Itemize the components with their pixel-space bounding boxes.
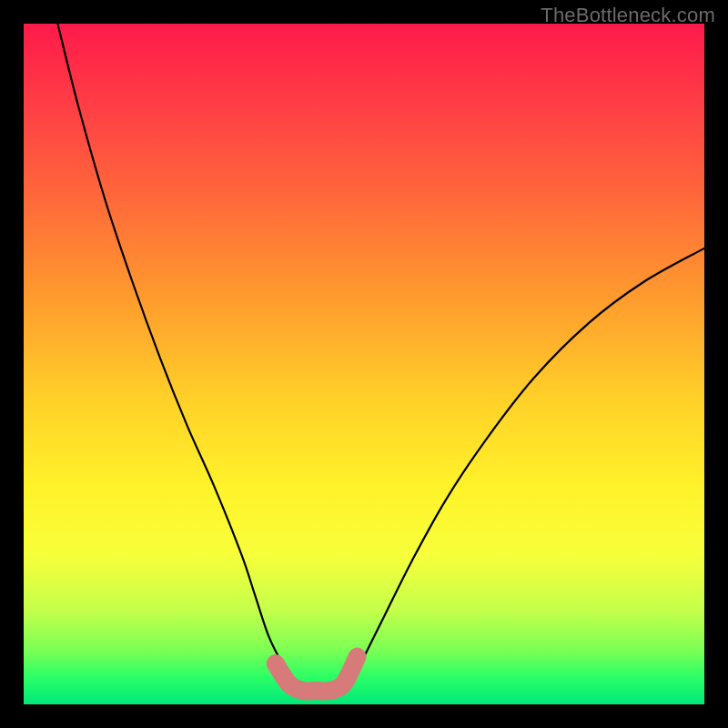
chart-stage: TheBottleneck.com — [0, 0, 728, 728]
plot-area — [24, 24, 704, 704]
bottom-band-stroke — [276, 657, 358, 692]
bottom-band — [24, 24, 704, 704]
